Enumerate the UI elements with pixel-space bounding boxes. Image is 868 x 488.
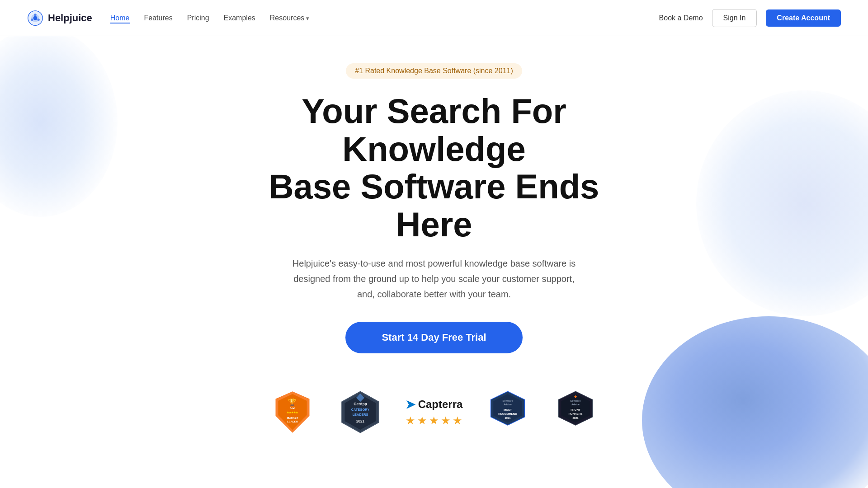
awards-row: G2 ★★★★★ MARKET LEADER 🏆 GetApp CATEGORY… — [270, 389, 599, 435]
svg-text:🏆: 🏆 — [288, 399, 297, 407]
nav-item-examples[interactable]: Examples — [224, 14, 255, 22]
nav-item-features[interactable]: Features — [144, 14, 173, 22]
sign-in-button[interactable]: Sign In — [712, 9, 757, 27]
hero-subtitle: Helpjuice's easy-to-use and most powerfu… — [285, 256, 583, 302]
svg-text:Advice: Advice — [504, 403, 512, 406]
g2-badge-icon: G2 ★★★★★ MARKET LEADER 🏆 — [270, 389, 315, 435]
svg-text:Software: Software — [503, 399, 513, 402]
award-capterra: ➤ Capterra ★ ★ ★ ★ ★ — [406, 398, 463, 427]
svg-point-3 — [34, 14, 36, 16]
svg-text:Software: Software — [571, 399, 581, 402]
svg-text:CATEGORY: CATEGORY — [351, 408, 369, 412]
nav-item-resources[interactable]: Resources — [270, 14, 309, 22]
star-4: ★ — [441, 414, 451, 427]
svg-text:MOST: MOST — [504, 408, 512, 411]
svg-text:★★★★★: ★★★★★ — [287, 412, 298, 414]
navbar: Helpjuice Home Features Pricing Examples… — [0, 0, 868, 36]
nav-right: Book a Demo Sign In Create Account — [659, 9, 841, 27]
nav-links: Home Features Pricing Examples Resources — [110, 14, 309, 22]
nav-link-examples[interactable]: Examples — [224, 14, 255, 22]
svg-point-4 — [38, 18, 40, 20]
hero-title: Your Search For Knowledge Base Software … — [231, 92, 637, 243]
star-3: ★ — [429, 414, 439, 427]
nav-link-pricing[interactable]: Pricing — [187, 14, 209, 22]
nav-item-home[interactable]: Home — [110, 14, 130, 22]
logo-icon — [27, 10, 43, 26]
logo-text: Helpjuice — [48, 12, 92, 24]
nav-link-home[interactable]: Home — [110, 14, 130, 23]
nav-link-features[interactable]: Features — [144, 14, 173, 22]
svg-text:Advice: Advice — [571, 403, 580, 406]
svg-text:MARKET: MARKET — [287, 417, 298, 419]
svg-text:2021: 2021 — [505, 417, 511, 419]
capterra-stars: ★ ★ ★ ★ ★ — [406, 414, 462, 427]
award-g2: G2 ★★★★★ MARKET LEADER 🏆 — [270, 389, 315, 435]
star-2: ★ — [417, 414, 427, 427]
award-software-advice: Software Advice MOST RECOMMEND 2021 — [485, 389, 530, 435]
svg-text:◆: ◆ — [574, 394, 577, 399]
svg-text:FRONT: FRONT — [571, 408, 581, 411]
front-runners-badge-icon: Software Advice FRONT RUNNERS 2021 ◆ — [551, 389, 600, 435]
svg-text:RUNNERS: RUNNERS — [569, 412, 583, 415]
svg-text:LEADER: LEADER — [287, 421, 298, 423]
award-getapp: GetApp CATEGORY LEADERS 2021 — [338, 389, 383, 435]
svg-text:RECOMMEND: RECOMMEND — [499, 412, 518, 415]
svg-text:2021: 2021 — [573, 417, 579, 419]
star-1: ★ — [406, 414, 415, 427]
svg-point-2 — [33, 16, 38, 20]
star-5: ★ — [453, 414, 462, 427]
nav-link-resources[interactable]: Resources — [270, 14, 309, 22]
nav-left: Helpjuice Home Features Pricing Examples… — [27, 10, 309, 26]
hero-section: #1 Rated Knowledge Base Software (since … — [0, 36, 868, 453]
software-advice-badge-icon: Software Advice MOST RECOMMEND 2021 — [483, 389, 533, 435]
logo-link[interactable]: Helpjuice — [27, 10, 92, 26]
svg-text:2021: 2021 — [356, 419, 365, 423]
create-account-button[interactable]: Create Account — [766, 9, 841, 27]
svg-point-5 — [31, 18, 33, 20]
award-front-runners: Software Advice FRONT RUNNERS 2021 ◆ — [553, 389, 598, 435]
capterra-arrow-icon: ➤ — [406, 398, 415, 412]
hero-badge: #1 Rated Knowledge Base Software (since … — [346, 63, 522, 79]
cta-button[interactable]: Start 14 Day Free Trial — [345, 322, 522, 353]
capterra-logo: ➤ Capterra — [406, 398, 463, 412]
capterra-text: Capterra — [418, 398, 463, 411]
chevron-down-icon — [306, 14, 309, 22]
svg-text:LEADERS: LEADERS — [352, 413, 368, 417]
getapp-badge-icon: GetApp CATEGORY LEADERS 2021 — [335, 389, 385, 435]
svg-text:G2: G2 — [290, 406, 295, 410]
book-demo-link[interactable]: Book a Demo — [659, 14, 703, 22]
nav-item-pricing[interactable]: Pricing — [187, 14, 209, 22]
svg-text:GetApp: GetApp — [354, 402, 367, 406]
